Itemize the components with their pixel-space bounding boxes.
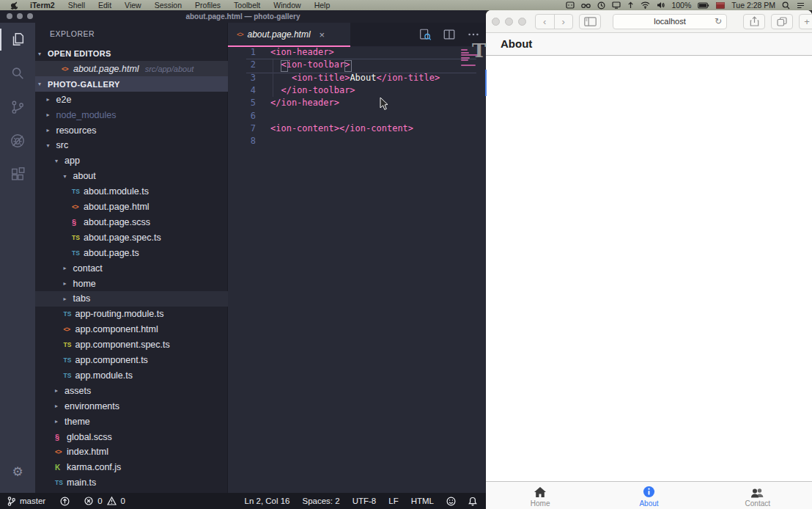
zoom-button[interactable] [27, 13, 33, 19]
safari-traffic-lights[interactable] [492, 18, 526, 26]
menu-iterm2[interactable]: iTerm2 [23, 0, 62, 10]
menu-help[interactable]: Help [308, 0, 337, 10]
tab-close-icon[interactable]: × [320, 30, 325, 40]
tree-item-app-component-html[interactable]: <>app.component.html [35, 322, 256, 337]
tree-item-about-page-html[interactable]: <>about.page.htmlsrc/app/about [35, 61, 254, 76]
mouse-cursor [380, 98, 388, 111]
sidebar-toggle-button[interactable] [579, 14, 601, 29]
item-label: app.component.ts [75, 355, 148, 365]
tree-item-app[interactable]: ▾app [35, 153, 247, 169]
tree-item-app-routing-module-ts[interactable]: TSapp-routing.module.ts [35, 307, 256, 322]
battery-percent[interactable]: 100% [671, 1, 691, 10]
close-button[interactable] [492, 18, 500, 26]
tree-item-app-component-spec-ts[interactable]: TSapp.component.spec.ts [35, 337, 256, 353]
notifications-bell-icon[interactable] [468, 497, 477, 506]
tree-item-src[interactable]: ▾src [35, 138, 239, 153]
status-spaces-2[interactable]: Spaces: 2 [303, 497, 340, 505]
tree-item-contact[interactable]: ▸contact [35, 260, 256, 276]
source-control-icon[interactable] [0, 90, 35, 124]
tree-item-theme[interactable]: ▸theme [35, 414, 247, 429]
tree-item-app-component-ts[interactable]: TSapp.component.ts [35, 353, 256, 368]
share-button[interactable] [743, 14, 765, 29]
extensions-icon[interactable] [0, 158, 35, 191]
notification-center-icon[interactable] [797, 2, 805, 9]
tab-about-page-html[interactable]: <> about.page.html × [228, 23, 350, 46]
tab-overview-button[interactable] [771, 14, 793, 29]
screen-capture-icon[interactable] [566, 1, 575, 9]
tree-item-environments[interactable]: ▸environments [35, 398, 247, 414]
display-icon[interactable] [612, 1, 621, 9]
menu-view[interactable]: View [118, 0, 148, 10]
volume-icon[interactable] [657, 1, 665, 9]
menu-clock[interactable]: Tue 2:28 PM [731, 1, 775, 10]
split-editor-icon[interactable] [443, 28, 456, 41]
tree-item-app-module-ts[interactable]: TSapp.module.ts [35, 367, 256, 383]
tree-item-resources[interactable]: ▸resources [35, 122, 239, 138]
section-photo-gallery[interactable]: ▾PHOTO-GALLERY [35, 76, 230, 92]
new-tab-button[interactable]: + [799, 14, 812, 29]
debug-icon[interactable] [0, 124, 35, 158]
menu-edit[interactable]: Edit [92, 0, 118, 10]
tree-item-global-scss[interactable]: §global.scss [35, 429, 247, 444]
tree-item-assets[interactable]: ▸assets [35, 383, 247, 398]
karma-file-icon: K [55, 464, 67, 472]
sync-icon[interactable] [60, 497, 70, 506]
address-bar[interactable]: localhost ↻ [613, 14, 727, 29]
html-file-icon: <> [62, 65, 73, 73]
error-icon[interactable] [84, 497, 93, 505]
tree-item-main-ts[interactable]: TSmain.ts [35, 475, 247, 491]
apple-menu-icon[interactable] [9, 1, 23, 10]
tab-contact[interactable]: Contact [704, 482, 812, 509]
menu-toolbelt[interactable]: Toolbelt [227, 0, 267, 10]
glasses-icon[interactable] [581, 2, 591, 9]
code-editor[interactable]: 12345678 <ion-header> <ion-toolbar> <ion… [228, 46, 486, 493]
status-utf-8[interactable]: UTF-8 [353, 497, 377, 505]
vscode-traffic-lights[interactable] [7, 13, 33, 19]
clock-icon[interactable] [597, 1, 605, 10]
explorer-sidebar: EXPLORER ▾OPEN EDITORS<>about.page.htmls… [35, 23, 228, 493]
tree-item-index-html[interactable]: <>index.html [35, 444, 247, 460]
tree-item-tabs[interactable]: ▸tabs [35, 291, 256, 307]
forward-button[interactable]: › [555, 15, 573, 29]
back-button[interactable]: ‹ [536, 15, 555, 29]
tab-about[interactable]: About [594, 482, 703, 509]
chevron-down-icon: ▾ [38, 51, 48, 57]
status-master[interactable]: master [20, 497, 45, 505]
upload-icon[interactable] [627, 1, 634, 9]
item-label: PHOTO-GALLERY [48, 80, 120, 89]
settings-gear-icon[interactable]: ⚙ [0, 455, 35, 488]
minimize-button[interactable] [17, 13, 23, 19]
macos-menu-bar: iTerm2ShellEditViewSessionProfilesToolbe… [0, 0, 812, 10]
git-branch-icon[interactable] [7, 497, 15, 506]
zoom-button[interactable] [518, 18, 526, 26]
minimize-button[interactable] [505, 18, 513, 26]
tree-item-e2e[interactable]: ▸e2e [35, 92, 239, 107]
flag-icon[interactable] [716, 2, 725, 9]
status-0[interactable]: 0 [97, 497, 102, 505]
tree-item-karma-conf-js[interactable]: Kkarma.conf.js [35, 460, 247, 475]
menu-session[interactable]: Session [148, 0, 188, 10]
vscode-titlebar[interactable]: about.page.html — photo-gallery [0, 10, 486, 23]
menu-profiles[interactable]: Profiles [188, 0, 227, 10]
tree-item-node-modules[interactable]: ▸node_modules [35, 107, 239, 122]
tab-home[interactable]: Home [486, 482, 594, 509]
close-button[interactable] [7, 13, 12, 19]
tree-item-about[interactable]: ▾about [35, 169, 256, 184]
wifi-icon[interactable] [641, 1, 650, 9]
warning-icon[interactable] [107, 497, 117, 505]
spotlight-icon[interactable] [782, 1, 790, 10]
section-open-editors[interactable]: ▾OPEN EDITORS [35, 46, 230, 62]
status-lf[interactable]: LF [388, 497, 398, 505]
status-ln-2-col-16[interactable]: Ln 2, Col 16 [245, 497, 290, 505]
reload-button[interactable]: ↻ [715, 17, 722, 26]
open-preview-icon[interactable] [418, 28, 432, 41]
explorer-icon[interactable] [0, 23, 35, 56]
status-html[interactable]: HTML [411, 497, 434, 505]
battery-icon[interactable] [698, 2, 709, 9]
search-icon[interactable] [0, 56, 35, 90]
menu-shell[interactable]: Shell [62, 0, 92, 10]
menu-window[interactable]: Window [267, 0, 307, 10]
feedback-smiley-icon[interactable] [446, 497, 456, 506]
status-0[interactable]: 0 [121, 497, 125, 505]
tree-item-home[interactable]: ▸home [35, 276, 256, 291]
